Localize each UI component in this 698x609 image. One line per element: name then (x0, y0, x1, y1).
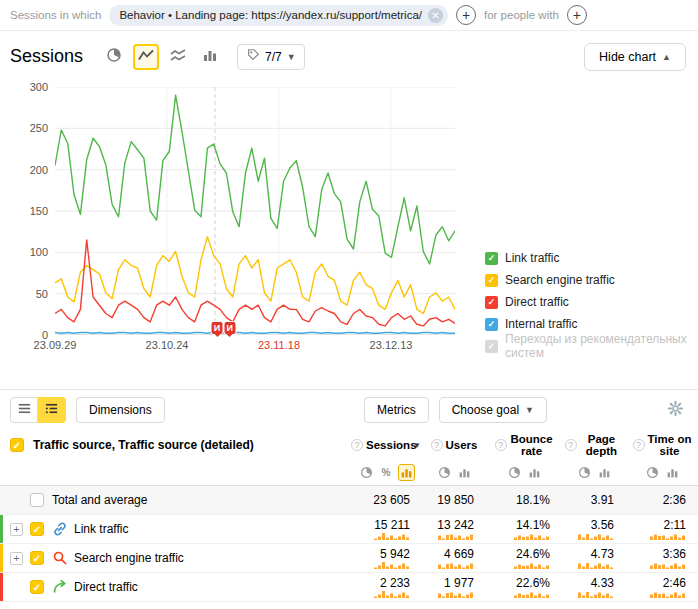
chevron-up-icon: ▲ (662, 52, 671, 62)
annotation-pin[interactable]: И (211, 321, 224, 335)
y-axis-tick: 200 (14, 164, 48, 176)
line-chart-icon (138, 47, 154, 66)
legend-checkbox[interactable]: ✓ (485, 318, 498, 331)
column-header-bounce-rate[interactable]: ?Bounce rate (486, 430, 562, 460)
bar-chart-type-button[interactable] (197, 44, 223, 70)
metric-value: 1 977 (444, 576, 474, 590)
select-all-checkbox[interactable]: ✓ (10, 438, 24, 452)
table-row[interactable]: Total and average23 60519 85018.1%3.912:… (0, 486, 698, 515)
metric-sparkline (438, 533, 474, 540)
choose-goal-label: Choose goal (452, 403, 519, 417)
legend-item[interactable]: ✓Search engine traffic (485, 273, 698, 287)
table-row[interactable]: ✓Direct traffic2 2331 97722.6%4.332:46 (0, 573, 698, 602)
expand-button[interactable]: + (10, 552, 23, 565)
report-table: ✓ Traffic source, Traffic source (detail… (0, 430, 698, 602)
area-chart-type-button[interactable] (165, 44, 191, 70)
chart-legend: ✓Link traffic✓Search engine traffic✓Dire… (485, 251, 698, 361)
legend-checkbox[interactable]: ✓ (485, 252, 498, 265)
metric-value: 4 669 (444, 547, 474, 561)
pie-mode-icon[interactable] (576, 464, 593, 481)
row-label: Total and average (52, 493, 147, 507)
y-axis-tick: 250 (14, 122, 48, 134)
flat-list-view-button[interactable] (10, 397, 38, 423)
metric-sparkline (438, 562, 474, 569)
remove-filter-icon[interactable]: ✕ (428, 8, 443, 23)
pie-chart-type-button[interactable] (101, 44, 127, 70)
choose-goal-dropdown[interactable]: Choose goal ▼ (439, 397, 547, 423)
metric-sparkline (514, 591, 550, 598)
bars-mode-icon[interactable] (664, 464, 681, 481)
metric-value: 15 211 (374, 518, 410, 532)
column-label: Sessions (366, 439, 410, 451)
tree-view-button[interactable] (38, 397, 66, 423)
bar-chart-icon (202, 47, 218, 66)
legend-checkbox[interactable]: ✓ (485, 296, 498, 309)
row-checkbox[interactable]: ✓ (30, 551, 44, 565)
legend-item[interactable]: ✓Link traffic (485, 251, 698, 265)
column-label: Users (446, 439, 478, 451)
pie-chart-icon (106, 47, 122, 66)
row-checkbox[interactable] (30, 493, 44, 507)
settings-button[interactable] (667, 400, 684, 420)
metric-mode-toggles (626, 460, 698, 485)
link-icon (52, 521, 68, 537)
dimensions-button[interactable]: Dimensions (76, 397, 165, 423)
legend-label: Search engine traffic (505, 273, 615, 287)
column-header-page-depth[interactable]: ?Page depth (562, 430, 626, 460)
pie-mode-icon[interactable] (436, 464, 453, 481)
filter-chip[interactable]: Behavior • Landing page: https://yandex.… (109, 5, 448, 26)
chevron-down-icon: ▼ (525, 405, 534, 415)
annotation-pin[interactable]: И (223, 321, 236, 335)
add-session-filter-button[interactable]: + (456, 5, 476, 25)
hide-chart-button[interactable]: Hide chart ▲ (584, 43, 686, 71)
percent-mode-icon[interactable]: % (378, 464, 395, 481)
y-axis-tick: 50 (14, 288, 48, 300)
line-chart-type-button[interactable] (133, 44, 159, 70)
metric-sparkline (578, 533, 614, 540)
row-checkbox[interactable]: ✓ (30, 522, 44, 536)
metric-value-cell: 4.73 (562, 544, 626, 572)
x-axis: 23.09.2923.10.2423.11.1823.12.13 (55, 339, 455, 355)
metric-value: 22.6% (516, 576, 550, 590)
expand-button[interactable]: + (10, 523, 23, 536)
metric-mode-toggles (422, 460, 486, 485)
pie-mode-icon[interactable] (506, 464, 523, 481)
segments-dropdown[interactable]: 7/7 ▼ (237, 44, 305, 70)
table-row[interactable]: +✓Search engine traffic5 9424 66924.6%4.… (0, 544, 698, 573)
y-axis-tick: 150 (14, 205, 48, 217)
bars-mode-icon[interactable] (456, 464, 473, 481)
column-header-sessions[interactable]: ?Sessions▼ (350, 430, 422, 460)
legend-checkbox[interactable]: ✓ (485, 340, 498, 353)
metric-value-cell: 14.1% (486, 515, 562, 543)
legend-item[interactable]: ✓Переходы из рекомендательных систем (485, 339, 698, 353)
column-header-time-on-site[interactable]: ?Time on site (626, 430, 698, 460)
table-row[interactable]: +✓Link traffic15 21113 24214.1%3.562:11 (0, 515, 698, 544)
filter-context-label: Sessions in which (10, 9, 101, 21)
metric-value-cell: 2:46 (626, 573, 698, 601)
column-header-users[interactable]: ?Users (422, 430, 486, 460)
metric-value-cell: 1 977 (422, 573, 486, 601)
add-people-filter-button[interactable]: + (567, 5, 587, 25)
metric-value-cell: 3.91 (562, 486, 626, 514)
pie-mode-icon[interactable] (358, 464, 375, 481)
legend-label: Direct traffic (505, 295, 569, 309)
bars-mode-icon[interactable] (398, 464, 415, 481)
bars-mode-icon[interactable] (596, 464, 613, 481)
metric-value: 2 233 (380, 576, 410, 590)
dimension-header: Traffic source, Traffic source (detailed… (33, 438, 254, 452)
sessions-chart-section: 05010015020025030023.09.2923.10.2423.11.… (0, 75, 698, 371)
metric-mode-toggles: % (350, 460, 422, 485)
metrics-button[interactable]: Metrics (364, 397, 429, 423)
pie-mode-icon[interactable] (644, 464, 661, 481)
metric-sparkline (438, 591, 474, 598)
legend-item[interactable]: ✓Internal traffic (485, 317, 698, 331)
legend-item[interactable]: ✓Direct traffic (485, 295, 698, 309)
flat-list-icon (17, 401, 32, 419)
line-chart[interactable]: 05010015020025030023.09.2923.10.2423.11.… (55, 87, 455, 335)
row-checkbox[interactable]: ✓ (30, 580, 44, 594)
metric-value-cell: 5 942 (350, 544, 422, 572)
legend-checkbox[interactable]: ✓ (485, 274, 498, 287)
bars-mode-icon[interactable] (526, 464, 543, 481)
gear-icon (667, 405, 684, 420)
metric-value: 2:11 (664, 518, 686, 532)
